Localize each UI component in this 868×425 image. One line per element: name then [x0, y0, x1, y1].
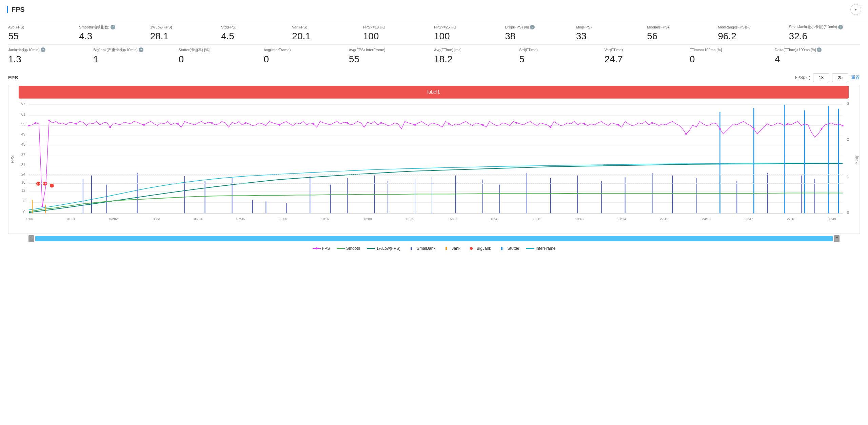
info-icon-smooth[interactable]: ? — [111, 25, 115, 29]
svg-text:12:08: 12:08 — [363, 217, 372, 221]
svg-text:22:45: 22:45 — [660, 217, 668, 221]
svg-text:03:02: 03:02 — [109, 217, 118, 221]
stat-std-ftime: Std(FTime) 5 — [519, 47, 604, 64]
info-icon-bigjank[interactable]: ? — [139, 47, 143, 52]
svg-point-122 — [617, 124, 619, 126]
scrollbar-left-handle[interactable]: ⠿ — [28, 235, 34, 242]
svg-point-113 — [313, 123, 314, 125]
info-icon-jank[interactable]: ? — [41, 47, 45, 52]
svg-text:24: 24 — [21, 172, 25, 176]
stat-ftime100: FTime>=100ms [%] 0 — [690, 47, 775, 64]
svg-point-123 — [651, 122, 653, 124]
svg-text:18: 18 — [21, 180, 25, 184]
svg-point-129 — [842, 125, 844, 126]
svg-text:18:12: 18:12 — [533, 217, 541, 221]
chevron-down-icon: ▾ — [855, 7, 857, 12]
chart-svg: label1 67 61 55 49 43 37 31 24 18 12 6 0… — [8, 85, 860, 234]
svg-text:37: 37 — [21, 153, 25, 157]
svg-text:6: 6 — [23, 199, 25, 203]
stat-avg-interframe: Avg(InterFrame) 0 — [264, 47, 349, 64]
legend-fps: FPS — [313, 246, 330, 251]
dropdown-button[interactable]: ▾ — [850, 4, 861, 15]
svg-text:0: 0 — [847, 210, 849, 215]
fps-value1-input[interactable] — [813, 73, 829, 82]
svg-text:28:49: 28:49 — [828, 217, 836, 221]
svg-point-106 — [75, 123, 77, 125]
svg-rect-137 — [446, 247, 447, 250]
chart-legend: FPS Smooth 1%Low(FPS) SmallJank — [8, 243, 860, 252]
legend-1plow: 1%Low(FPS) — [367, 246, 400, 251]
svg-text:00:00: 00:00 — [24, 217, 33, 221]
svg-text:3: 3 — [847, 101, 849, 105]
svg-point-102 — [28, 125, 29, 126]
svg-text:55: 55 — [21, 122, 25, 126]
svg-point-114 — [347, 122, 348, 124]
svg-point-115 — [380, 122, 382, 124]
legend-jank-icon — [442, 247, 450, 250]
svg-text:24:16: 24:16 — [702, 217, 711, 221]
stat-var-fps: Var(FPS) 20.1 — [292, 25, 363, 42]
legend-smooth-icon — [337, 247, 345, 250]
chart-header: FPS FPS(>=) 重置 — [8, 73, 860, 82]
svg-text:07:35: 07:35 — [236, 217, 245, 221]
stat-median-fps: Median(FPS) 56 — [647, 25, 718, 42]
stat-fps18: FPS>=18 [%] 100 — [363, 25, 434, 42]
legend-jank: Jank — [442, 246, 460, 251]
svg-text:31: 31 — [21, 163, 25, 167]
svg-text:61: 61 — [21, 112, 25, 116]
chart-title: FPS — [8, 75, 18, 80]
svg-point-119 — [516, 122, 517, 124]
svg-point-138 — [470, 247, 473, 250]
svg-text:04:33: 04:33 — [152, 217, 160, 221]
stat-drop: Drop(FPS) [/h]? 38 — [505, 25, 576, 42]
svg-text:2: 2 — [847, 137, 849, 141]
stats-divider — [8, 44, 860, 45]
svg-text:label1: label1 — [427, 89, 440, 95]
scrollbar-track[interactable] — [35, 236, 833, 241]
legend-1plow-icon — [367, 247, 375, 250]
info-icon-smalljank[interactable]: ? — [838, 25, 843, 29]
svg-point-124 — [685, 133, 687, 135]
svg-text:09:06: 09:06 — [279, 217, 287, 221]
svg-point-125 — [719, 128, 721, 130]
stat-delta-ftime: Delta(FTime)>100ms [/h]? 4 — [775, 47, 860, 64]
stat-medrange: MedRange(FPS)[%] 96.2 — [718, 25, 789, 42]
svg-point-109 — [177, 123, 179, 125]
svg-text:21:14: 21:14 — [617, 217, 626, 221]
scrollbar-area[interactable]: ⠿ ⠿ — [28, 235, 840, 242]
svg-text:67: 67 — [21, 101, 25, 105]
svg-point-105 — [48, 120, 50, 121]
svg-text:06:04: 06:04 — [194, 217, 202, 221]
info-icon-deltaftime[interactable]: ? — [817, 47, 822, 52]
stat-stutter: Stutter(卡顿率) [%] 0 — [178, 47, 263, 64]
info-icon-drop[interactable]: ? — [530, 25, 535, 29]
svg-text:27:18: 27:18 — [787, 217, 795, 221]
legend-fps-icon — [313, 247, 321, 250]
chart-section: FPS FPS(>=) 重置 label1 67 61 55 49 — [0, 69, 868, 252]
fps-gte-label: FPS(>=) — [795, 75, 810, 80]
scrollbar-right-handle[interactable]: ⠿ — [834, 235, 840, 242]
reset-button[interactable]: 重置 — [851, 75, 860, 81]
stat-avg-ftime: Avg(FTime) [ms] 18.2 — [434, 47, 519, 64]
svg-point-110 — [211, 122, 213, 124]
svg-text:Jank: Jank — [854, 155, 859, 163]
fps-value2-input[interactable] — [832, 73, 848, 82]
stat-fps25: FPS>=25 [%] 100 — [434, 25, 505, 42]
chart-container: label1 67 61 55 49 43 37 31 24 18 12 6 0… — [8, 85, 860, 234]
svg-text:12: 12 — [21, 188, 25, 192]
svg-point-112 — [279, 124, 280, 126]
svg-point-107 — [109, 126, 111, 128]
svg-point-104 — [41, 205, 43, 207]
legend-bigjank: BigJank — [467, 246, 491, 251]
svg-point-126 — [753, 128, 755, 130]
header: FPS ▾ — [0, 0, 868, 19]
svg-text:1: 1 — [847, 174, 849, 178]
svg-point-116 — [414, 124, 416, 126]
stat-var-ftime: Var(FTime) 24.7 — [604, 47, 689, 64]
svg-point-118 — [482, 124, 484, 126]
svg-text:25:47: 25:47 — [745, 217, 753, 221]
legend-smooth-label: Smooth — [346, 246, 360, 251]
stat-jank: Jank(卡顿)(/10min)? 1.3 — [8, 47, 93, 64]
page-container: FPS ▾ Avg(FPS) 55 Smooth(稳帧指数)? 4.3 1%Lo… — [0, 0, 868, 425]
svg-point-127 — [787, 123, 789, 125]
